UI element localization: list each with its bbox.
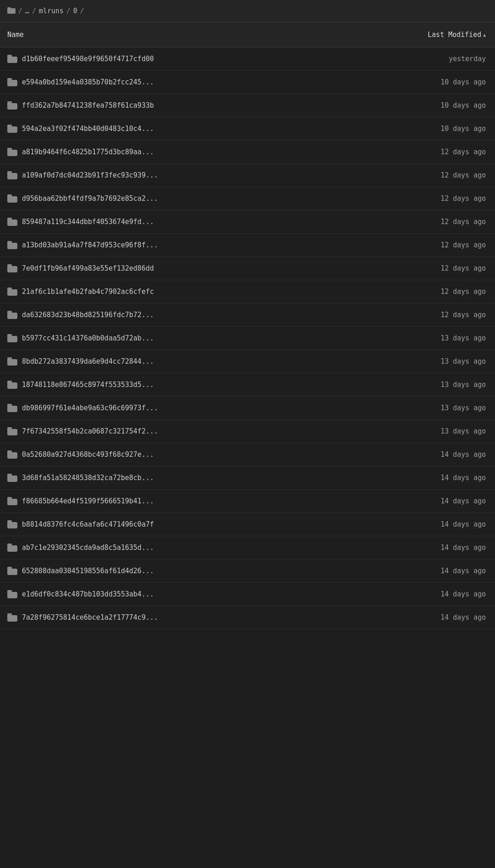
file-modified-cell: 12 days ago: [395, 187, 495, 210]
table-header: Name Last Modified ▲: [0, 22, 495, 47]
file-name-text: 21af6c1b1afe4b2fab4c7902ac6cfefc: [22, 288, 154, 296]
file-name-text: ab7c1e29302345cda9ad8c5a1635d...: [22, 544, 154, 552]
table-row[interactable]: e1d6df0c834c487bb103dd3553ab4... 14 days…: [0, 583, 495, 606]
breadcrumb-0[interactable]: 0: [73, 7, 77, 15]
breadcrumb-sep-3: /: [66, 7, 70, 15]
table-row[interactable]: a109af0d7dc04d23b91f3fec93c939... 12 day…: [0, 164, 495, 187]
folder-icon: [7, 311, 17, 319]
column-name-header[interactable]: Name: [0, 22, 395, 47]
file-modified-cell: 13 days ago: [395, 350, 495, 373]
table-row[interactable]: db986997f61e4abe9a63c96c69973f... 13 day…: [0, 397, 495, 420]
table-row[interactable]: e594a0bd159e4a0385b70b2fcc245... 10 days…: [0, 71, 495, 94]
file-modified-cell: 14 days ago: [395, 466, 495, 489]
file-modified-cell: 14 days ago: [395, 513, 495, 536]
table-row[interactable]: f86685b664ed4f5199f5666519b41... 14 days…: [0, 490, 495, 513]
file-name-cell: a819b9464f6c4825b1775d3bc89aa...: [0, 141, 395, 163]
file-name-cell: e1d6df0c834c487bb103dd3553ab4...: [0, 583, 395, 606]
file-name-cell: 7a28f96275814ce6bce1a2f17774c9...: [0, 606, 395, 629]
file-modified-cell: 13 days ago: [395, 327, 495, 350]
table-row[interactable]: 652808daa03045198556af61d4d26... 14 days…: [0, 559, 495, 583]
breadcrumb-sep-4: /: [80, 7, 84, 15]
table-row[interactable]: 3d68fa51a58248538d32ca72be8cb... 14 days…: [0, 466, 495, 490]
file-name-text: b5977cc431c14376a0b0daa5d72ab...: [22, 334, 154, 342]
table-row[interactable]: ffd362a7b84741238fea758f61ca933b 10 days…: [0, 94, 495, 117]
file-name-text: f86685b664ed4f5199f5666519b41...: [22, 497, 154, 505]
table-row[interactable]: 7a28f96275814ce6bce1a2f17774c9... 14 day…: [0, 606, 495, 629]
file-name-cell: da632683d23b48bd825196fdc7b72...: [0, 303, 395, 326]
breadcrumb-sep-1: /: [18, 7, 22, 15]
table-row[interactable]: 859487a119c344dbbf4053674e9fd... 12 days…: [0, 210, 495, 234]
file-name-cell: 21af6c1b1afe4b2fab4c7902ac6cfefc: [0, 280, 395, 303]
table-row[interactable]: 7e0df1fb96af499a83e55ef132ed86dd 12 days…: [0, 257, 495, 280]
breadcrumb-mlruns[interactable]: mlruns: [39, 7, 63, 15]
file-modified-cell: yesterday: [395, 47, 495, 70]
folder-icon: [7, 544, 17, 552]
svg-rect-1: [7, 7, 11, 10]
file-modified-cell: 14 days ago: [395, 583, 495, 606]
file-name-text: db986997f61e4abe9a63c96c69973f...: [22, 404, 158, 412]
file-modified-cell: 14 days ago: [395, 606, 495, 629]
folder-icon: [7, 55, 17, 63]
folder-icon: [7, 567, 17, 575]
folder-icon: [7, 427, 17, 435]
file-modified-cell: 12 days ago: [395, 141, 495, 163]
table-row[interactable]: 21af6c1b1afe4b2fab4c7902ac6cfefc 12 days…: [0, 280, 495, 303]
file-name-cell: 594a2ea3f02f474bb40d0483c10c4...: [0, 117, 395, 140]
table-row[interactable]: a13bd03ab91a4a7f847d953ce96f8f... 12 day…: [0, 234, 495, 257]
file-name-text: a13bd03ab91a4a7f847d953ce96f8f...: [22, 241, 158, 249]
file-name-text: d1b60feeef95498e9f9650f4717cfd00: [22, 55, 154, 63]
file-name-cell: a13bd03ab91a4a7f847d953ce96f8f...: [0, 234, 395, 256]
table-row[interactable]: b5977cc431c14376a0b0daa5d72ab... 13 days…: [0, 327, 495, 350]
breadcrumb-ellipsis[interactable]: …: [25, 7, 29, 15]
file-name-cell: b8814d8376fc4c6aafa6c471496c0a7f: [0, 513, 395, 536]
table-row[interactable]: da632683d23b48bd825196fdc7b72... 12 days…: [0, 303, 495, 327]
file-name-text: e594a0bd159e4a0385b70b2fcc245...: [22, 78, 154, 86]
file-name-cell: 7f67342558f54b2ca0687c321754f2...: [0, 420, 395, 443]
table-row[interactable]: d1b60feeef95498e9f9650f4717cfd00 yesterd…: [0, 47, 495, 71]
column-modified-header[interactable]: Last Modified ▲: [395, 22, 495, 47]
folder-icon: [7, 101, 17, 110]
file-name-text: 7a28f96275814ce6bce1a2f17774c9...: [22, 613, 158, 622]
table-row[interactable]: b8814d8376fc4c6aafa6c471496c0a7f 14 days…: [0, 513, 495, 536]
file-name-text: a819b9464f6c4825b1775d3bc89aa...: [22, 148, 154, 156]
folder-icon: [7, 381, 17, 389]
table-row[interactable]: ab7c1e29302345cda9ad8c5a1635d... 14 days…: [0, 536, 495, 559]
folder-icon: [7, 78, 17, 86]
folder-icon: [7, 590, 17, 598]
file-modified-cell: 10 days ago: [395, 94, 495, 117]
table-row[interactable]: 8bdb272a3837439da6e9d4cc72844... 13 days…: [0, 350, 495, 373]
file-name-text: d956baa62bbf4fdf9a7b7692e85ca2...: [22, 194, 158, 203]
table-row[interactable]: 18748118e867465c8974f553533d5... 13 days…: [0, 373, 495, 397]
file-name-cell: 652808daa03045198556af61d4d26...: [0, 559, 395, 582]
file-name-cell: ffd362a7b84741238fea758f61ca933b: [0, 94, 395, 117]
table-row[interactable]: 594a2ea3f02f474bb40d0483c10c4... 10 days…: [0, 117, 495, 141]
file-modified-cell: 13 days ago: [395, 373, 495, 396]
folder-icon: [7, 497, 17, 505]
file-name-text: 7f67342558f54b2ca0687c321754f2...: [22, 427, 158, 435]
table-row[interactable]: a819b9464f6c4825b1775d3bc89aa... 12 days…: [0, 141, 495, 164]
file-name-cell: 8bdb272a3837439da6e9d4cc72844...: [0, 350, 395, 373]
folder-icon: [7, 171, 17, 179]
folder-icon: [7, 241, 17, 249]
file-table: Name Last Modified ▲ d1b60feeef95498e9f9…: [0, 22, 495, 629]
file-modified-cell: 13 days ago: [395, 397, 495, 419]
file-name-cell: 3d68fa51a58248538d32ca72be8cb...: [0, 466, 395, 489]
file-name-text: 7e0df1fb96af499a83e55ef132ed86dd: [22, 264, 154, 272]
table-row[interactable]: 0a52680a927d4368bc493f68c927e... 14 days…: [0, 443, 495, 466]
file-name-text: 0a52680a927d4368bc493f68c927e...: [22, 450, 154, 459]
file-name-cell: d1b60feeef95498e9f9650f4717cfd00: [0, 47, 395, 70]
file-modified-cell: 14 days ago: [395, 490, 495, 512]
sort-arrow-icon: ▲: [483, 32, 486, 37]
folder-icon: [7, 194, 17, 203]
file-modified-cell: 12 days ago: [395, 210, 495, 233]
table-row[interactable]: d956baa62bbf4fdf9a7b7692e85ca2... 12 day…: [0, 187, 495, 210]
file-name-text: 594a2ea3f02f474bb40d0483c10c4...: [22, 125, 154, 133]
folder-icon: [7, 218, 17, 226]
breadcrumb-folder-icon: [7, 6, 16, 16]
folder-icon: [7, 357, 17, 366]
file-name-text: ffd362a7b84741238fea758f61ca933b: [22, 101, 154, 110]
table-body: d1b60feeef95498e9f9650f4717cfd00 yesterd…: [0, 47, 495, 629]
table-row[interactable]: 7f67342558f54b2ca0687c321754f2... 13 day…: [0, 420, 495, 443]
file-name-text: 8bdb272a3837439da6e9d4cc72844...: [22, 357, 154, 366]
folder-icon: [7, 613, 17, 622]
